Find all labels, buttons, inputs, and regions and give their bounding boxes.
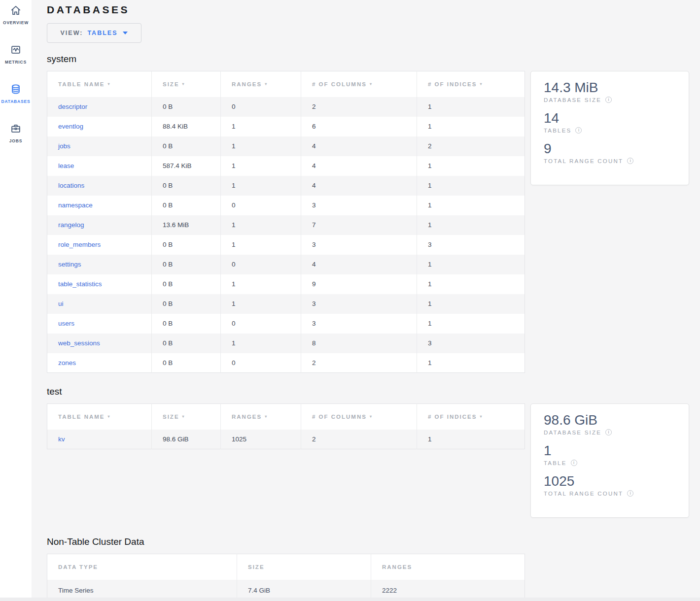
- database-section-test: testTABLE NAME▾SIZE▾RANGES▾# OF COLUMNS▾…: [47, 386, 700, 518]
- metric-label-row: TOTAL RANGE COUNTi: [544, 490, 676, 497]
- summary-metric: 98.6 GiBDATABASE SIZEi: [544, 411, 676, 435]
- info-icon[interactable]: i: [575, 127, 582, 134]
- table-name-link[interactable]: kv: [58, 435, 65, 443]
- name-cell: jobs: [47, 136, 152, 156]
- column-header-ranges[interactable]: RANGES▾: [221, 404, 301, 430]
- table-name-link[interactable]: web_sessions: [58, 339, 100, 347]
- column-header-of-indices[interactable]: # OF INDICES▾: [417, 404, 525, 430]
- app-window: OVERVIEW METRICS DATABASES: [0, 0, 700, 598]
- sidebar-item-label: METRICS: [5, 60, 27, 65]
- sidebar-item-metrics[interactable]: METRICS: [0, 44, 32, 83]
- table-row: namespace0 B031: [47, 196, 525, 215]
- value-cell: 1: [417, 430, 525, 449]
- metric-label: DATABASE SIZE: [544, 430, 601, 435]
- tables-table-test: TABLE NAME▾SIZE▾RANGES▾# OF COLUMNS▾# OF…: [47, 403, 525, 449]
- metric-value: 1: [544, 442, 676, 459]
- value-cell: 0: [221, 314, 301, 334]
- table-name-link[interactable]: descriptor: [58, 103, 87, 110]
- column-header-table-name[interactable]: TABLE NAME▾: [47, 71, 152, 97]
- metrics-chart-icon: [10, 44, 22, 56]
- value-cell: 587.4 KiB: [152, 156, 221, 176]
- value-cell: 0 B: [152, 97, 221, 117]
- value-cell: 3: [301, 314, 417, 334]
- value-cell: 4: [301, 156, 417, 176]
- column-header-label: RANGES: [382, 564, 412, 570]
- table-name-link[interactable]: zones: [58, 359, 76, 367]
- name-cell: web_sessions: [47, 334, 152, 353]
- sidebar-item-jobs[interactable]: JOBS: [0, 123, 32, 162]
- table-row: ui0 B131: [47, 294, 525, 314]
- value-cell: 1: [221, 274, 301, 294]
- column-header-ranges: RANGES: [371, 554, 525, 580]
- table-row: table_statistics0 B191: [47, 274, 525, 294]
- sort-caret-icon: ▾: [370, 414, 373, 419]
- database-name-heading: test: [47, 386, 700, 397]
- column-header-of-indices[interactable]: # OF INDICES▾: [417, 71, 525, 97]
- table-name-link[interactable]: users: [58, 320, 74, 327]
- value-cell: 0 B: [152, 314, 221, 334]
- value-cell: 2: [301, 430, 417, 449]
- info-icon[interactable]: i: [605, 97, 612, 103]
- database-sections: systemTABLE NAME▾SIZE▾RANGES▾# OF COLUMN…: [47, 54, 700, 518]
- value-cell: 0 B: [152, 294, 221, 314]
- database-summary-card: 98.6 GiBDATABASE SIZEi1TABLEi1025TOTAL R…: [530, 403, 689, 518]
- view-selector-dropdown[interactable]: VIEW: TABLES: [47, 23, 141, 43]
- info-icon[interactable]: i: [627, 158, 633, 164]
- table-name-link[interactable]: settings: [58, 261, 81, 268]
- table-row: kv98.6 GiB102521: [47, 430, 525, 449]
- value-cell: 1: [417, 156, 525, 176]
- column-header-table-name[interactable]: TABLE NAME▾: [47, 404, 152, 430]
- value-cell: 1: [417, 314, 525, 334]
- table-name-link[interactable]: eventlog: [58, 123, 83, 130]
- value-cell: 1: [417, 117, 525, 136]
- metric-label-row: DATABASE SIZEi: [544, 429, 676, 435]
- column-header-size[interactable]: SIZE▾: [152, 71, 221, 97]
- column-header-label: # OF INDICES: [428, 81, 477, 87]
- database-table-and-summary: TABLE NAME▾SIZE▾RANGES▾# OF COLUMNS▾# OF…: [47, 71, 700, 373]
- value-cell: 1: [221, 136, 301, 156]
- chevron-down-icon: [123, 32, 128, 34]
- metric-label-row: TABLESi: [544, 127, 676, 134]
- value-cell: 1: [417, 215, 525, 235]
- info-icon[interactable]: i: [627, 490, 633, 497]
- sidebar-item-databases[interactable]: DATABASES: [0, 83, 32, 123]
- value-cell: 1: [417, 294, 525, 314]
- view-selector-label: VIEW:: [61, 30, 83, 36]
- column-header-ranges[interactable]: RANGES▾: [221, 71, 301, 97]
- column-header-label: # OF COLUMNS: [312, 81, 367, 87]
- table-name-link[interactable]: table_statistics: [58, 280, 102, 288]
- sidebar-item-overview[interactable]: OVERVIEW: [0, 4, 32, 44]
- value-cell: 0: [221, 97, 301, 117]
- value-cell: 0 B: [152, 196, 221, 215]
- value-cell: 1: [417, 353, 525, 373]
- table-row: web_sessions0 B183: [47, 334, 525, 353]
- table-name-link[interactable]: role_members: [58, 241, 101, 248]
- column-header-of-columns[interactable]: # OF COLUMNS▾: [301, 404, 417, 430]
- column-header-size: SIZE: [237, 554, 371, 580]
- table-row: Time Series7.4 GiB2222: [47, 580, 525, 598]
- table-name-link[interactable]: locations: [58, 182, 84, 189]
- value-cell: 1: [417, 97, 525, 117]
- value-cell: 0: [221, 353, 301, 373]
- column-header-label: RANGES: [232, 81, 262, 87]
- table-name-link[interactable]: rangelog: [58, 221, 84, 229]
- column-header-of-columns[interactable]: # OF COLUMNS▾: [301, 71, 417, 97]
- table-name-link[interactable]: jobs: [58, 142, 70, 150]
- column-header-size[interactable]: SIZE▾: [152, 404, 221, 430]
- metric-value: 98.6 GiB: [544, 411, 676, 429]
- table-name-link[interactable]: namespace: [58, 201, 93, 209]
- summary-metric: 14.3 MiBDATABASE SIZEi: [544, 79, 676, 103]
- column-header-label: RANGES: [232, 414, 262, 420]
- info-icon[interactable]: i: [605, 429, 612, 435]
- database-summary-card: 14.3 MiBDATABASE SIZEi14TABLESi9TOTAL RA…: [530, 71, 689, 185]
- table-row: rangelog13.6 MiB171: [47, 215, 525, 235]
- column-header-label: SIZE: [163, 414, 179, 420]
- table-row: jobs0 B142: [47, 136, 525, 156]
- table-name-link[interactable]: lease: [58, 162, 74, 169]
- info-icon[interactable]: i: [571, 460, 577, 466]
- table-name-link[interactable]: ui: [58, 300, 64, 307]
- value-cell: 3: [417, 235, 525, 255]
- value-cell: 1: [221, 176, 301, 196]
- value-cell: 1: [221, 156, 301, 176]
- database-icon: [10, 83, 22, 95]
